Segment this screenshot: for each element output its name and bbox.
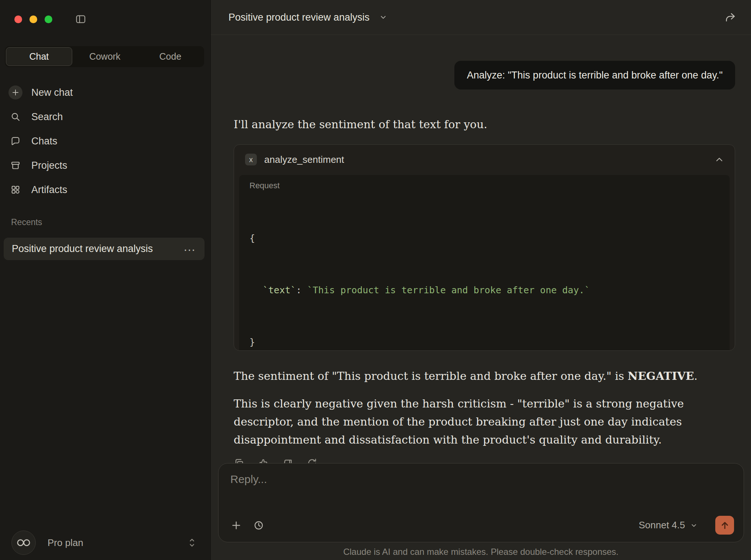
tab-code[interactable]: Code [137, 47, 203, 66]
tab-chat[interactable]: Chat [6, 47, 72, 66]
close-window-button[interactable] [14, 15, 22, 23]
account-avatar[interactable] [11, 531, 36, 555]
box-icon [8, 158, 22, 172]
sidebar-nav: New chat Search Chats Projects Artifacts [0, 80, 210, 202]
plus-icon [8, 85, 22, 99]
avatar-logo-icon [16, 538, 31, 547]
sidebar: Chat Cowork Code New chat Search Chats [0, 0, 211, 560]
sidebar-toggle-icon[interactable] [75, 14, 86, 25]
sidebar-item-chats[interactable]: Chats [6, 129, 205, 153]
message-scroll-area[interactable]: Analyze: "This product is terrible and b… [211, 61, 751, 469]
main-area: Positive product review analysis Analyze… [211, 0, 751, 560]
reply-composer[interactable]: Sonnet 4.5 [218, 463, 744, 542]
tool-call-header[interactable]: x analyze_sentiment [234, 145, 735, 174]
tab-cowork-label: Cowork [89, 51, 120, 62]
sidebar-item-label: Projects [31, 160, 67, 171]
chevron-down-icon [690, 522, 698, 529]
request-code: { `text`: `This product is terrible and … [249, 195, 719, 351]
assistant-message-result: The sentiment of "This product is terrib… [234, 367, 735, 385]
recent-chat-title: Positive product review analysis [12, 243, 183, 255]
tab-code-label: Code [159, 51, 181, 62]
page-title: Positive product review analysis [228, 12, 370, 23]
share-icon[interactable] [724, 11, 736, 23]
chat-options-button[interactable]: … [183, 243, 196, 255]
sidebar-item-search[interactable]: Search [6, 105, 205, 129]
sidebar-item-new-chat[interactable]: New chat [6, 80, 205, 105]
search-icon [8, 110, 22, 124]
result-emphasis: NEGATIVE [628, 370, 694, 382]
sidebar-item-label: Artifacts [31, 184, 67, 196]
recent-chat-item[interactable]: Positive product review analysis … [4, 238, 205, 260]
plan-label: Pro plan [48, 537, 83, 549]
send-button[interactable] [715, 516, 734, 535]
history-clock-icon[interactable] [253, 520, 264, 531]
sidebar-item-label: New chat [31, 87, 73, 98]
composer-toolbar: Sonnet 4.5 [230, 516, 734, 535]
window-controls [0, 0, 210, 25]
user-message: Analyze: "This product is terrible and b… [454, 61, 735, 90]
assistant-message-explanation: This is clearly negative given the harsh… [234, 395, 702, 449]
arrow-up-icon [720, 520, 730, 531]
recents-heading: Recents [11, 217, 210, 227]
attach-plus-icon[interactable] [230, 519, 242, 531]
tool-icon: x [245, 154, 257, 165]
disclaimer-text: Claude is AI and can make mistakes. Plea… [211, 547, 751, 557]
artifacts-icon [8, 183, 22, 197]
tab-chat-label: Chat [29, 51, 49, 62]
sidebar-item-artifacts[interactable]: Artifacts [6, 178, 205, 202]
model-label: Sonnet 4.5 [639, 519, 685, 531]
zoom-window-button[interactable] [45, 15, 52, 23]
chevron-up-icon[interactable] [714, 154, 724, 165]
tool-call-body: Request { `text`: `This product is terri… [234, 174, 735, 351]
sidebar-item-label: Search [31, 111, 63, 123]
chevron-down-icon [379, 13, 387, 21]
tool-request-panel: Request { `text`: `This product is terri… [239, 175, 730, 351]
tool-call-card: x analyze_sentiment Request { `text`: `T… [234, 144, 735, 351]
assistant-message-intro: I'll analyze the sentiment of that text … [234, 115, 735, 133]
conversation-title-dropdown[interactable]: Positive product review analysis [228, 12, 387, 23]
sidebar-footer: Pro plan [0, 531, 210, 555]
expand-collapse-icon[interactable] [187, 536, 197, 550]
model-selector[interactable]: Sonnet 4.5 [639, 519, 698, 531]
sidebar-item-projects[interactable]: Projects [6, 153, 205, 178]
conversation-header: Positive product review analysis [211, 0, 751, 35]
request-label: Request [249, 181, 719, 190]
minimize-window-button[interactable] [29, 15, 37, 23]
chat-bubble-icon [8, 134, 22, 148]
tab-cowork[interactable]: Cowork [72, 47, 138, 66]
reply-input[interactable] [230, 473, 734, 486]
mode-switcher: Chat Cowork Code [5, 46, 204, 67]
sidebar-item-label: Chats [31, 136, 57, 147]
tool-name: analyze_sentiment [264, 154, 344, 165]
